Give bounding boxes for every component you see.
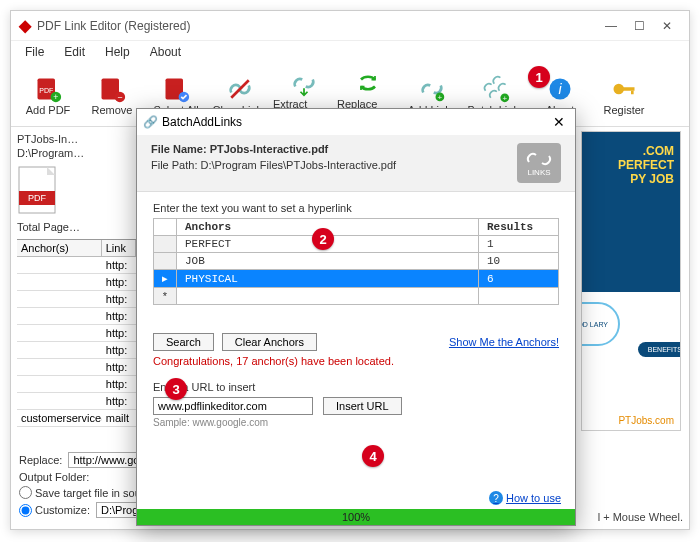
table-row[interactable]: customerservice@…mailt [17,410,136,427]
menubar: File Edit Help About [11,41,689,63]
url-label: Enter a URL to insert [153,381,559,393]
preview-banner: .COM PERFECT PY JOB [582,132,680,292]
table-row[interactable]: http: [17,359,136,376]
page-count: Total Page… [17,221,136,233]
anchors-grid[interactable]: AnchorsResults PERFECT1JOB10▸PHYSICAL6 * [153,218,559,305]
svg-text:−: − [117,92,122,102]
search-button[interactable]: Search [153,333,214,351]
select-all-icon [161,74,191,104]
menu-help[interactable]: Help [95,43,140,61]
dialog-title: BatchAddLinks [162,115,549,129]
dialog-icon: 🔗 [143,115,158,129]
preview-circle: OOD LARY [581,302,620,346]
table-row[interactable]: PERFECT1 [154,236,559,253]
callout-2: 2 [312,228,334,250]
svg-text:PDF: PDF [28,193,47,203]
dialog-file-path: D:\Program Files\PTJobs-Interactive.pdf [201,159,397,171]
dialog-header: File Name: PTJobs-Interactive.pdf File P… [137,135,575,192]
file-name: PTJobs-In… [17,133,136,145]
left-panel: PTJobs-In… D:\Program… PDF Total Page… A… [11,127,143,497]
add-links-icon: + [417,74,447,104]
maximize-button[interactable]: ☐ [625,19,653,33]
show-me-anchors-link[interactable]: Show Me the Anchors! [449,336,559,348]
anchor-table[interactable]: Anchor(s) Link http:http:http:http:http:… [17,239,136,427]
extract-links-icon [289,68,319,98]
prompt-text: Enter the text you want to set a hyperli… [153,202,559,214]
save-source-radio[interactable] [19,486,32,499]
file-info: PTJobs-In… D:\Program… PDF Total Page… [17,133,136,233]
table-row[interactable]: http: [17,257,136,274]
clear-links-icon [225,74,255,104]
col-link: Link [102,240,136,256]
svg-rect-18 [631,90,634,94]
minimize-button[interactable]: — [597,19,625,33]
add-pdf-button[interactable]: PDF+Add PDF [17,66,79,124]
svg-text:PDF: PDF [39,86,53,93]
svg-rect-17 [622,87,634,91]
svg-line-9 [231,80,249,98]
remove-button[interactable]: −Remove [81,66,143,124]
customize-radio[interactable] [19,504,32,517]
preview-badge: BENEFITS [638,342,681,357]
menu-about[interactable]: About [140,43,191,61]
svg-text:+: + [502,94,507,103]
preview-brand: PTJobs.com [618,415,674,426]
register-button[interactable]: Register [593,66,655,124]
table-row[interactable]: http: [17,325,136,342]
table-row[interactable]: ▸PHYSICAL6 [154,270,559,288]
table-row[interactable]: http: [17,274,136,291]
dialog-close-button[interactable]: ✕ [549,114,569,130]
batch-add-links-dialog: 🔗 BatchAddLinks ✕ File Name: PTJobs-Inte… [136,108,576,526]
file-path: D:\Program… [17,147,136,159]
menu-file[interactable]: File [15,43,54,61]
pdf-file-icon: PDF [17,165,59,215]
callout-1: 1 [528,66,550,88]
output-folder-label: Output Folder: [19,471,89,483]
sample-text: Sample: www.google.com [153,417,559,428]
menu-edit[interactable]: Edit [54,43,95,61]
svg-text:+: + [438,93,443,102]
pdf-preview[interactable]: .COM PERFECT PY JOB OOD LARY BENEFITS PT… [581,131,681,431]
svg-text:+: + [53,92,58,102]
col-results: Results [479,219,559,236]
table-row[interactable]: http: [17,342,136,359]
dialog-file-name: PTJobs-Interactive.pdf [210,143,329,155]
help-icon: ? [489,491,503,505]
table-row[interactable]: http: [17,393,136,410]
close-button[interactable]: ✕ [653,19,681,33]
insert-url-button[interactable]: Insert URL [323,397,402,415]
callout-3: 3 [165,378,187,400]
dialog-body: Enter the text you want to set a hyperli… [137,192,575,438]
app-logo-icon: ◆ [19,16,31,35]
key-icon [609,74,639,104]
status-text: Congratulations, 17 anchor(s) have been … [153,355,559,367]
table-row[interactable]: http: [17,291,136,308]
clear-anchors-button[interactable]: Clear Anchors [222,333,317,351]
col-anchors: Anchor(s) [17,240,102,256]
table-row[interactable]: JOB10 [154,253,559,270]
table-row[interactable]: http: [17,308,136,325]
window-title: PDF Link Editor (Registered) [37,19,597,33]
table-row[interactable]: http: [17,376,136,393]
batch-links-icon: + [481,74,511,104]
progress-bar: 100% [137,509,575,525]
replace-links-icon [353,68,383,98]
remove-icon: − [97,74,127,104]
how-to-use-link[interactable]: ?How to use [489,491,561,505]
callout-4: 4 [362,445,384,467]
titlebar: ◆ PDF Link Editor (Registered) — ☐ ✕ [11,11,689,41]
add-pdf-icon: PDF+ [33,74,63,104]
links-icon: LINKS [517,143,561,183]
dialog-titlebar: 🔗 BatchAddLinks ✕ [137,109,575,135]
zoom-hint: l + Mouse Wheel. [598,511,683,523]
replace-label: Replace: [19,454,62,466]
